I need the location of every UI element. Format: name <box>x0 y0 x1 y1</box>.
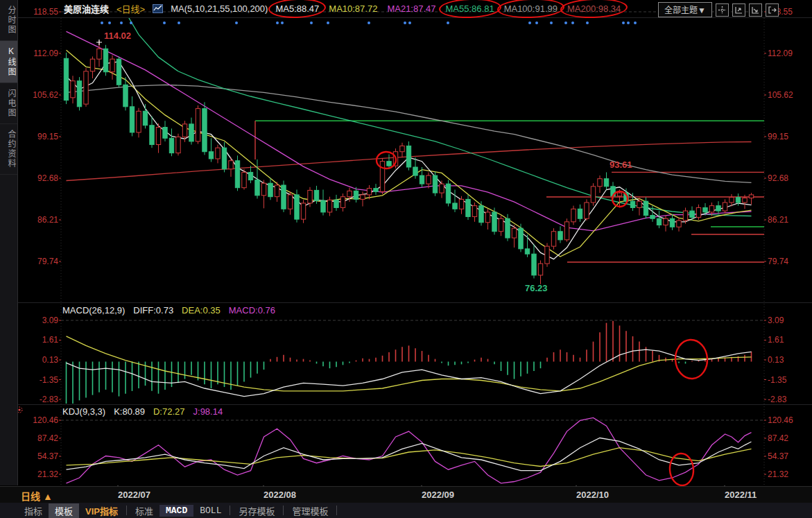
event-dot[interactable] <box>408 21 411 24</box>
x-axis-date-3: 2022/10 <box>576 490 609 500</box>
event-dot[interactable] <box>447 21 449 24</box>
sidebar-item-0[interactable]: 分时图 <box>0 0 17 41</box>
tab-标准[interactable]: 标准 <box>129 503 159 518</box>
event-dot[interactable] <box>178 21 180 24</box>
ma-values-readout: MA5:88.47MA10:87.72MA21:87.47MA55:86.81M… <box>275 3 621 14</box>
zoom-x-axis-icon[interactable] <box>749 3 762 17</box>
macd-title: MACD(26,12,9) <box>62 305 125 316</box>
candlestick <box>545 243 549 266</box>
event-dot[interactable] <box>550 21 553 24</box>
event-dot[interactable] <box>163 21 166 24</box>
chart-style-icon[interactable] <box>153 3 163 14</box>
kdj-axis-label: 54.37 <box>37 451 58 461</box>
event-dot[interactable] <box>634 21 637 24</box>
x-axis-date-2: 2022/09 <box>422 490 454 500</box>
ma-value-0: MA5:88.47 <box>275 3 319 14</box>
event-dot[interactable] <box>120 21 123 24</box>
tab-指标[interactable]: 指标 <box>18 503 49 518</box>
detach-window-icon[interactable] <box>766 3 779 17</box>
candlestick <box>282 180 286 211</box>
event-dot[interactable] <box>622 21 625 24</box>
candlestick <box>664 216 668 232</box>
event-dot[interactable] <box>627 21 630 24</box>
candlestick <box>216 145 220 164</box>
macd-axis-label: 3.09 <box>768 316 784 325</box>
tab-MACD[interactable]: MACD <box>159 505 193 517</box>
event-dot[interactable] <box>276 21 279 24</box>
macd-axis-label: 0.13 <box>42 355 59 365</box>
candlestick <box>110 55 114 80</box>
event-dot[interactable] <box>108 21 111 24</box>
bottom-tab-bar: 指标模板VIP指标标准MACDBOLL另存模板管理模板 <box>0 503 812 518</box>
event-dot[interactable] <box>528 21 531 24</box>
event-dot[interactable] <box>327 21 329 24</box>
price-annotation: 93.61 <box>610 159 632 170</box>
candlestick <box>275 182 279 202</box>
macd-panel <box>67 321 752 408</box>
candlestick <box>235 155 239 191</box>
ma21-line <box>67 31 752 231</box>
price-axis-label: 105.62 <box>33 90 58 100</box>
candlestick <box>130 96 134 137</box>
tab-管理模板[interactable]: 管理模板 <box>286 503 334 518</box>
candlestick <box>485 209 490 230</box>
candlestick <box>327 197 331 216</box>
theme-dropdown-button[interactable]: 全部主题▼ <box>658 2 712 17</box>
kdj-axis-label: 120.46 <box>768 415 793 425</box>
pan-tool-icon[interactable] <box>716 3 729 17</box>
price-axis-label: 86.21 <box>768 215 788 225</box>
candlestick <box>169 128 173 156</box>
event-dot[interactable] <box>235 21 238 24</box>
event-dot[interactable] <box>586 21 589 24</box>
chart-header: 美原油连续 <日线> MA(5,10,21,55,100,200) MA5:88… <box>64 0 621 17</box>
candlestick <box>479 201 483 225</box>
event-dot[interactable] <box>571 21 574 24</box>
sidebar-item-2[interactable]: 闪电图 <box>0 83 17 124</box>
chart-canvas[interactable]: 118.55118.55112.09112.09105.62105.6299.1… <box>0 0 812 518</box>
candlestick <box>229 157 233 177</box>
candlestick <box>268 178 273 200</box>
price-axis-label: 79.74 <box>768 257 788 266</box>
candlestick <box>585 199 589 221</box>
candlestick <box>137 108 141 138</box>
period-selector[interactable]: 日线 ▲ <box>21 489 53 503</box>
candlestick <box>374 184 378 195</box>
candlestick <box>551 228 555 250</box>
macd-axis-label: 0.13 <box>768 355 784 365</box>
event-dot[interactable] <box>310 21 313 24</box>
candlestick <box>643 198 648 219</box>
event-dot[interactable] <box>281 21 284 24</box>
candlestick <box>116 56 121 87</box>
candlestick <box>242 169 246 190</box>
event-dot[interactable] <box>404 21 406 24</box>
candlestick <box>103 45 107 76</box>
ma-value-3: MA55:86.81 <box>446 3 494 14</box>
tab-另存模板[interactable]: 另存模板 <box>232 503 281 518</box>
kdj-axis-label: 87.42 <box>768 433 788 443</box>
sidebar-item-3[interactable]: 合约资料 <box>0 124 17 175</box>
event-dot[interactable] <box>368 21 370 24</box>
event-dot[interactable] <box>101 21 103 24</box>
kdj-panel <box>67 417 752 483</box>
event-dot[interactable] <box>564 21 567 24</box>
candlestick <box>64 53 68 104</box>
x-axis-date-0: 2022/07 <box>118 490 150 500</box>
kdj-axis-label: 21.32 <box>768 469 788 479</box>
sidebar-item-1[interactable]: K线图 <box>0 41 17 83</box>
candlestick <box>400 143 404 157</box>
kdj-axis-label: 54.37 <box>768 451 788 461</box>
tab-模板[interactable]: 模板 <box>49 503 79 518</box>
event-dot[interactable] <box>535 21 538 24</box>
ma-settings-label: MA(5,10,21,55,100,200) <box>171 3 268 14</box>
ma-value-4: MA100:91.99 <box>504 3 558 14</box>
event-dot[interactable] <box>130 21 132 24</box>
macd-macd-value: MACD:0.76 <box>229 305 275 316</box>
tab-BOLL[interactable]: BOLL <box>193 505 227 517</box>
candlestick <box>288 191 292 214</box>
macd-axis-label: 1.61 <box>768 335 784 345</box>
candlestick <box>261 180 266 209</box>
tab-VIP指标[interactable]: VIP指标 <box>79 503 124 518</box>
candlestick <box>380 158 384 194</box>
kdj-axis-label: 87.42 <box>37 433 58 443</box>
zoom-y-axis-icon[interactable] <box>732 3 745 17</box>
